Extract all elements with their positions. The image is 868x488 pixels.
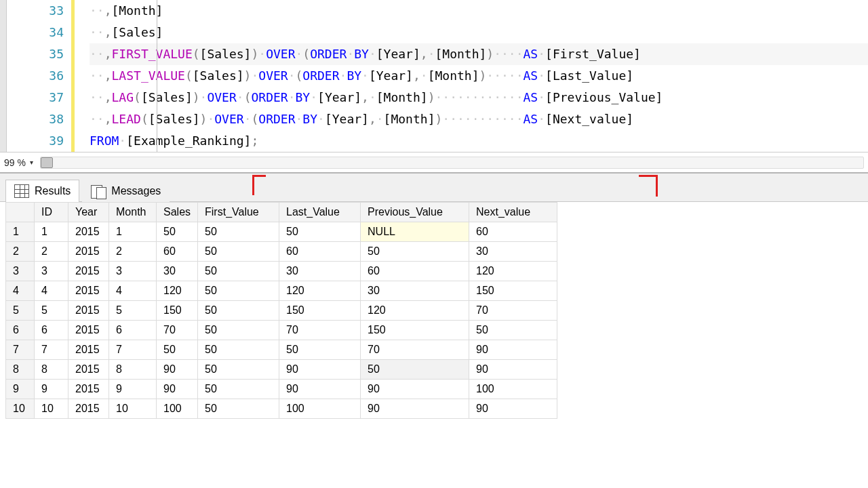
table-row[interactable]: 44201541205012030150 xyxy=(6,281,557,301)
cell[interactable]: 2015 xyxy=(68,399,109,419)
cell[interactable]: 50 xyxy=(198,340,279,360)
cell[interactable]: 30 xyxy=(469,242,557,262)
row-number[interactable]: 8 xyxy=(6,360,35,380)
cell[interactable]: 7 xyxy=(35,340,68,360)
row-number[interactable]: 4 xyxy=(6,281,35,301)
cell[interactable]: 50 xyxy=(157,340,198,360)
column-header-last_value[interactable]: Last_Value xyxy=(279,203,361,222)
cell[interactable]: 50 xyxy=(279,222,361,242)
cell[interactable]: 1 xyxy=(109,222,157,242)
cell[interactable]: 8 xyxy=(35,360,68,380)
cell[interactable]: 10 xyxy=(109,399,157,419)
cell[interactable]: 90 xyxy=(469,340,557,360)
cell[interactable]: 50 xyxy=(198,380,279,399)
row-number[interactable]: 5 xyxy=(6,301,35,321)
cell[interactable]: 50 xyxy=(198,360,279,380)
cell[interactable]: 50 xyxy=(198,321,279,340)
column-header-year[interactable]: Year xyxy=(68,203,109,222)
row-number[interactable]: 10 xyxy=(6,399,35,419)
cell[interactable]: 150 xyxy=(361,321,469,340)
cell[interactable]: 10 xyxy=(35,399,68,419)
cell[interactable]: NULL xyxy=(361,222,469,242)
code-line-36[interactable]: ··,LAST_VALUE([Sales])·OVER·(ORDER·BY·[Y… xyxy=(90,65,868,87)
tab-results[interactable]: Results xyxy=(5,180,79,202)
cell[interactable]: 9 xyxy=(109,380,157,399)
table-row[interactable]: 662015670507015050 xyxy=(6,321,557,340)
cell[interactable]: 60 xyxy=(157,242,198,262)
row-number[interactable]: 6 xyxy=(6,321,35,340)
cell[interactable]: 50 xyxy=(157,222,198,242)
cell[interactable]: 2015 xyxy=(68,360,109,380)
table-row[interactable]: 1120151505050NULL60 xyxy=(6,222,557,242)
cell[interactable]: 90 xyxy=(469,360,557,380)
cell[interactable]: 90 xyxy=(157,360,198,380)
sql-editor[interactable]: 33343536373839 ··,[Month]··,[Sales]··,FI… xyxy=(0,0,868,152)
column-header-sales[interactable]: Sales xyxy=(157,203,198,222)
column-header-month[interactable]: Month xyxy=(109,203,157,222)
cell[interactable]: 120 xyxy=(361,301,469,321)
cell[interactable]: 2015 xyxy=(68,242,109,262)
cell[interactable]: 50 xyxy=(469,321,557,340)
cell[interactable]: 30 xyxy=(361,281,469,301)
cell[interactable]: 120 xyxy=(279,281,361,301)
cell[interactable]: 7 xyxy=(109,340,157,360)
cell[interactable]: 2015 xyxy=(68,321,109,340)
cell[interactable]: 70 xyxy=(469,301,557,321)
cell[interactable]: 9 xyxy=(35,380,68,399)
table-row[interactable]: 77201575050507090 xyxy=(6,340,557,360)
cell[interactable]: 3 xyxy=(109,262,157,281)
cell[interactable]: 2 xyxy=(109,242,157,262)
cell[interactable]: 90 xyxy=(361,399,469,419)
cell[interactable]: 60 xyxy=(279,242,361,262)
cell[interactable]: 50 xyxy=(198,262,279,281)
cell[interactable]: 3 xyxy=(35,262,68,281)
cell[interactable]: 50 xyxy=(198,222,279,242)
column-header-previous_value[interactable]: Previous_Value xyxy=(361,203,469,222)
cell[interactable]: 4 xyxy=(109,281,157,301)
column-header-first_value[interactable]: First_Value xyxy=(198,203,279,222)
table-row[interactable]: 22201526050605030 xyxy=(6,242,557,262)
cell[interactable]: 6 xyxy=(35,321,68,340)
row-number[interactable]: 7 xyxy=(6,340,35,360)
code-line-35[interactable]: ··,FIRST_VALUE([Sales])·OVER·(ORDER·BY·[… xyxy=(90,43,868,65)
code-line-34[interactable]: ··,[Sales] xyxy=(90,22,868,43)
code-line-33[interactable]: ··,[Month] xyxy=(90,0,868,22)
cell[interactable]: 4 xyxy=(35,281,68,301)
cell[interactable]: 30 xyxy=(279,262,361,281)
table-row[interactable]: 992015990509090100 xyxy=(6,380,557,399)
cell[interactable]: 60 xyxy=(361,262,469,281)
cell[interactable]: 70 xyxy=(157,321,198,340)
row-number[interactable]: 9 xyxy=(6,380,35,399)
table-row[interactable]: 1010201510100501009090 xyxy=(6,399,557,419)
cell[interactable]: 90 xyxy=(279,380,361,399)
cell[interactable]: 50 xyxy=(279,340,361,360)
cell[interactable]: 50 xyxy=(198,281,279,301)
cell[interactable]: 90 xyxy=(279,360,361,380)
cell[interactable]: 150 xyxy=(469,281,557,301)
column-header-id[interactable]: ID xyxy=(35,203,68,222)
zoom-dropdown-icon[interactable]: ▾ xyxy=(30,159,33,166)
cell[interactable]: 30 xyxy=(157,262,198,281)
cell[interactable]: 50 xyxy=(361,242,469,262)
cell[interactable]: 150 xyxy=(157,301,198,321)
code-line-38[interactable]: ··,LEAD([Sales])·OVER·(ORDER·BY·[Year],·… xyxy=(90,108,868,130)
cell[interactable]: 150 xyxy=(279,301,361,321)
cell[interactable]: 2015 xyxy=(68,281,109,301)
column-header-next_value[interactable]: Next_value xyxy=(469,203,557,222)
cell[interactable]: 2015 xyxy=(68,340,109,360)
cell[interactable]: 2015 xyxy=(68,301,109,321)
cell[interactable]: 100 xyxy=(279,399,361,419)
cell[interactable]: 100 xyxy=(157,399,198,419)
cell[interactable]: 2 xyxy=(35,242,68,262)
cell[interactable]: 50 xyxy=(198,399,279,419)
code-line-37[interactable]: ··,LAG([Sales])·OVER·(ORDER·BY·[Year],·[… xyxy=(90,87,868,108)
cell[interactable]: 90 xyxy=(157,380,198,399)
cell[interactable]: 5 xyxy=(109,301,157,321)
cell[interactable]: 70 xyxy=(279,321,361,340)
table-row[interactable]: 332015330503060120 xyxy=(6,262,557,281)
table-row[interactable]: 88201589050905090 xyxy=(6,360,557,380)
cell[interactable]: 120 xyxy=(157,281,198,301)
tab-messages[interactable]: Messages xyxy=(82,180,170,202)
cell[interactable]: 60 xyxy=(469,222,557,242)
table-row[interactable]: 55201551505015012070 xyxy=(6,301,557,321)
